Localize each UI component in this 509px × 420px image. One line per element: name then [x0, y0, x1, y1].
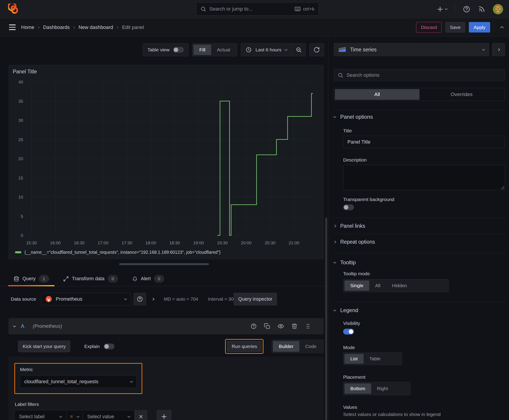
actual-option[interactable]: Actual — [211, 45, 236, 55]
breadcrumb-separator: › — [38, 24, 39, 30]
datasource-select[interactable]: Prometheus — [41, 293, 131, 305]
search-icon — [338, 72, 343, 78]
refresh-button[interactable] — [309, 43, 324, 56]
tab-alert[interactable]: Alert 0 — [127, 271, 170, 286]
run-queries-button[interactable]: Run queries — [227, 341, 262, 352]
panel-options-section-header[interactable]: Panel options — [334, 110, 505, 124]
horizontal-resize-handle[interactable] — [119, 263, 209, 265]
options-search[interactable] — [334, 69, 505, 81]
news-rss-icon[interactable] — [478, 6, 485, 13]
repeat-options-section[interactable]: Repeat options — [334, 234, 505, 250]
vertical-scrollbar[interactable] — [325, 218, 327, 420]
search-input[interactable] — [209, 6, 291, 12]
metric-select[interactable]: cloudflared_tunnel_total_requests — [20, 375, 137, 388]
duplicate-query-icon[interactable] — [264, 323, 270, 329]
save-button[interactable]: Save — [445, 22, 465, 32]
help-icon[interactable] — [463, 5, 471, 13]
label-filter-row: Select label = Select value — [14, 410, 318, 420]
panel-links-section[interactable]: Panel links — [334, 218, 505, 234]
menu-icon[interactable] — [9, 24, 16, 30]
placement-right-option[interactable]: Right — [371, 383, 394, 394]
legend-section-header[interactable]: Legend — [334, 303, 505, 317]
kick-start-button[interactable]: Kick start your query — [18, 341, 70, 352]
code-option[interactable]: Code — [299, 341, 322, 352]
time-range-picker[interactable]: Last 6 hours — [241, 44, 291, 56]
table-view-toggle[interactable] — [173, 47, 184, 53]
visualization-select[interactable]: Time series — [334, 43, 489, 56]
new-menu-button[interactable] — [437, 6, 447, 13]
tab-query[interactable]: Query 1 — [8, 271, 54, 286]
avatar[interactable] — [493, 4, 503, 14]
transparent-background-toggle[interactable] — [343, 204, 354, 210]
tab-all[interactable]: All — [335, 89, 419, 100]
chevron-down-icon — [285, 48, 288, 51]
svg-text:0: 0 — [21, 233, 23, 238]
panel-title-input[interactable] — [343, 136, 505, 148]
global-search[interactable]: ctrl+k — [196, 2, 319, 15]
datasource-help-button[interactable] — [134, 293, 146, 305]
remove-filter-button[interactable] — [135, 410, 147, 420]
collapse-options-button[interactable] — [501, 25, 503, 29]
datasource-row: Data source Prometheus MD = auto = 704 I… — [11, 292, 328, 306]
placement-bottom-option[interactable]: Bottom — [344, 383, 371, 394]
query-row-header[interactable]: A (Prometheus) — [8, 318, 324, 334]
breadcrumb-dashboards[interactable]: Dashboards — [43, 24, 70, 30]
mode-list-option[interactable]: List — [344, 354, 364, 364]
fill-option[interactable]: Fill — [193, 45, 211, 55]
breadcrumb-home[interactable]: Home — [21, 24, 34, 30]
drag-handle-icon[interactable] — [305, 323, 311, 329]
legend-values-label: Values — [343, 405, 505, 410]
zoom-out-button[interactable] — [291, 44, 305, 56]
legend-series-label[interactable]: {__name__="cloudflared_tunnel_total_requ… — [24, 250, 220, 255]
chevron-down-icon — [128, 415, 130, 418]
visibility-label: Visibility — [343, 321, 505, 326]
operator-dropdown[interactable]: = — [66, 410, 83, 420]
breadcrumb-new-dashboard[interactable]: New dashboard — [79, 24, 113, 30]
svg-text:5: 5 — [21, 214, 23, 219]
query-help-icon[interactable] — [251, 323, 257, 329]
transform-count-badge: 0 — [108, 275, 118, 283]
builder-option[interactable]: Builder — [273, 341, 299, 352]
toggle-visibility-icon[interactable] — [277, 323, 284, 330]
legend-values-hint: Select values or calculations to show in… — [343, 412, 505, 417]
legend-visibility-toggle[interactable] — [343, 329, 354, 335]
query-editor: Metric cloudflared_tunnel_total_requests… — [8, 357, 324, 420]
tooltip-hidden-option[interactable]: Hidden — [386, 280, 413, 291]
label-filters-label: Label filters — [15, 402, 318, 407]
delete-query-icon[interactable] — [291, 323, 298, 329]
options-search-input[interactable] — [347, 72, 501, 78]
apply-button[interactable]: Apply — [469, 22, 490, 32]
clock-icon — [245, 47, 252, 53]
tab-overrides[interactable]: Overrides — [419, 89, 504, 100]
query-inspector-button[interactable]: Query inspector — [234, 293, 277, 305]
legend-mode-label: Mode — [343, 345, 505, 350]
zoom-out-icon — [296, 47, 302, 53]
expand-stats-button[interactable] — [152, 298, 154, 300]
select-value-placeholder: Select value — [87, 414, 114, 420]
tooltip-mode-segmented: Single All Hidden — [343, 279, 449, 292]
discard-button[interactable]: Discard — [416, 22, 441, 32]
tab-transform-data[interactable]: Transform data 0 — [58, 271, 123, 286]
svg-text:17:30: 17:30 — [122, 240, 132, 245]
time-series-chart[interactable]: 051015202530354015:3016:0016:3017:0017:3… — [13, 78, 319, 248]
explain-toggle[interactable] — [104, 344, 114, 349]
tooltip-single-option[interactable]: Single — [344, 280, 369, 291]
select-label-dropdown[interactable]: Select label — [14, 410, 66, 420]
legend-marker[interactable] — [15, 251, 21, 253]
tooltip-section-header[interactable]: Tooltip — [334, 255, 505, 270]
topbar-actions — [437, 0, 503, 18]
add-filter-button[interactable] — [157, 410, 171, 420]
keyboard-icon — [295, 6, 301, 12]
svg-text:20:30: 20:30 — [265, 240, 276, 245]
divider — [334, 302, 505, 302]
top-bar: ctrl+k — [0, 0, 509, 18]
description-textarea[interactable] — [343, 165, 505, 190]
tooltip-all-option[interactable]: All — [369, 280, 386, 291]
select-value-dropdown[interactable]: Select value — [83, 410, 135, 420]
toggle-viz-picker-button[interactable] — [492, 43, 505, 56]
query-row-actions — [251, 323, 311, 330]
chevron-down-icon — [445, 7, 448, 10]
mode-table-option[interactable]: Table — [364, 354, 387, 364]
chevron-down-icon — [124, 297, 127, 300]
grafana-logo-icon[interactable] — [8, 4, 19, 15]
